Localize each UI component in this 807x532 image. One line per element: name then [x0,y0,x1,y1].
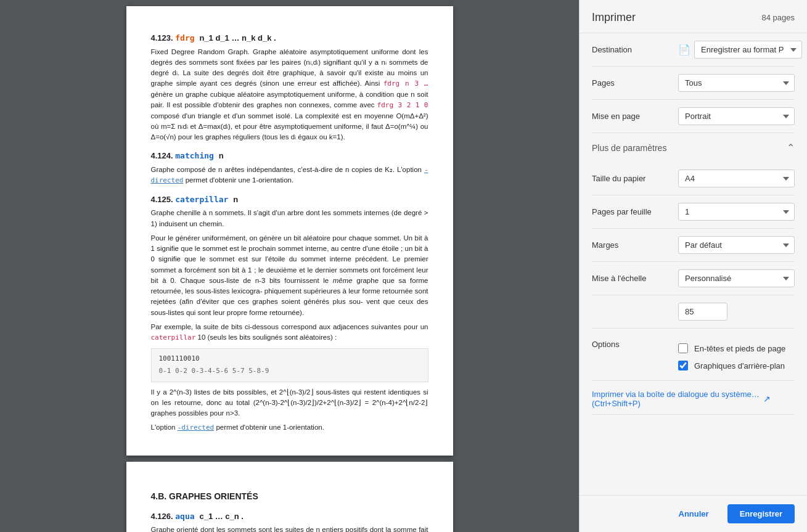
margins-select[interactable]: Par défaut Minimum Aucune Personnalisé [678,236,795,254]
print-pages-info: 84 pages [762,13,795,22]
paper-size-row: Taille du papier A4 A3 Letter Legal [592,162,795,195]
background-checkbox-row: Graphiques d'arrière-plan [678,357,795,374]
scale-control: Personnalisé Par défaut [678,269,795,287]
options-checkboxes: En-têtes et pieds de page Graphiques d'a… [678,340,795,374]
entry-4123-desc: Fixed Degree Random Graph. Graphe aléato… [151,47,428,143]
entry-4123-name: fdrg [175,33,199,43]
paper-size-label: Taille du papier [592,174,678,183]
layout-control: Portrait Paysage [678,107,795,125]
entry-4126-desc: Graphe orienté dont les sommets sont les… [151,525,428,532]
entry-4125-desc5: L'option -directed permet d'obtenir une … [151,422,428,433]
entry-4124-num: 4.124. [151,151,173,160]
entry-4126-num: 4.126. [151,512,173,521]
entry-4126-name: aqua [175,512,199,521]
code-directed-2[interactable]: -directed [178,424,215,432]
background-checkbox[interactable] [678,361,688,370]
destination-row: Destination 📄 Enregistrer au format P [592,33,795,67]
scale-label: Mise à l'échelle [592,274,678,283]
entry-4123: 4.123. fdrg n_1 d_1 … n_k d_k . Fixed De… [151,32,428,142]
scale-value-input[interactable] [678,303,727,321]
entry-4125-desc1: Graphe chenille à n sommets. Il s'agit d… [151,208,428,229]
print-footer: Annuler Enregistrer [580,495,807,532]
system-print-link[interactable]: Imprimer via la boîte de dialogue du sys… [592,381,795,415]
headers-label: En-têtes et pieds de page [694,344,785,353]
entry-4125-name: caterpillar [175,195,233,204]
entry-4125-desc2: Pour le générer uniformément, on génère … [151,233,428,318]
destination-select[interactable]: Enregistrer au format P [694,41,802,59]
page-2: 4.B. GRAPHES ORIENTÉS 4.126. aqua c_1 … … [126,462,453,532]
margins-label: Marges [592,240,678,250]
entry-4126-params: c_1 … c_n . [199,512,244,521]
entry-4124-params: n [219,151,224,160]
scale-select[interactable]: Personnalisé Par défaut [678,269,795,287]
scale-value-control [678,303,795,321]
margins-row: Marges Par défaut Minimum Aucune Personn… [592,229,795,262]
pages-label: Pages [592,78,678,88]
code-line-2: 0-1 0-2 0-3-4-5-6 5-7 5-8-9 [159,366,420,377]
layout-label: Mise en page [592,112,678,121]
print-body: Destination 📄 Enregistrer au format P Pa… [580,33,807,495]
advanced-section: Taille du papier A4 A3 Letter Legal Page… [592,160,795,381]
print-title: Imprimer [592,11,636,24]
entry-4125-desc4: Il y a 2^(n-3) listes de bits possibles,… [151,387,428,419]
chevron-up-icon: ⌃ [787,142,795,153]
code-directed-1[interactable]: -directed [151,166,428,185]
code-fdrg-3210: fdrg 3 2 1 0 [377,101,428,109]
scale-row: Mise à l'échelle Personnalisé Par défaut [592,262,795,295]
file-icon: 📄 [678,44,690,55]
background-label: Graphiques d'arrière-plan [694,361,785,370]
entry-4125-params: n [233,195,238,204]
entry-4125: 4.125. caterpillar n Graphe chenille à n… [151,194,428,433]
headers-checkbox-row: En-têtes et pieds de page [678,340,795,357]
margins-control: Par défaut Minimum Aucune Personnalisé [678,236,795,254]
external-link-icon: ↗ [763,394,771,404]
document-area[interactable]: 4.123. fdrg n_1 d_1 … n_k d_k . Fixed De… [0,0,579,532]
entry-4124: 4.124. matching n Graphe composé de n ar… [151,150,428,186]
entry-4123-num: 4.123. [151,33,173,43]
headers-checkbox[interactable] [678,343,688,353]
paper-size-control: A4 A3 Letter Legal [678,170,795,187]
code-line-1: 1001110010 [159,354,420,364]
system-print-text: Imprimer via la boîte de dialogue du sys… [592,390,760,408]
section-4B: 4.B. GRAPHES ORIENTÉS [151,490,428,503]
entry-4126: 4.126. aqua c_1 … c_n . Graphe orienté d… [151,510,428,532]
destination-label: Destination [592,45,678,54]
advanced-section-title: Plus de paramètres [592,143,666,153]
entry-4123-params: n_1 d_1 … n_k d_k . [199,33,276,43]
layout-select[interactable]: Portrait Paysage [678,107,795,125]
cancel-button[interactable]: Annuler [666,504,721,523]
options-row: Options En-têtes et pieds de page Graphi… [592,329,795,381]
entry-4124-desc: Graphe composé de n arêtes indépendantes… [151,165,428,186]
entry-4125-num: 4.125. [151,195,173,204]
paper-size-select[interactable]: A4 A3 Letter Legal [678,170,795,187]
code-caterpillar: caterpillar [151,334,196,342]
page-1: 4.123. fdrg n_1 d_1 … n_k d_k . Fixed De… [126,6,453,456]
advanced-section-toggle[interactable]: Plus de paramètres ⌃ [592,133,795,160]
save-button[interactable]: Enregistrer [727,504,795,523]
pages-per-sheet-select[interactable]: 1 2 4 6 [678,203,795,221]
pages-control: Tous Pages sélectionnées Plage de pages [678,74,795,92]
pages-select[interactable]: Tous Pages sélectionnées Plage de pages [678,74,795,92]
scale-value-row [592,295,795,329]
options-header: Options En-têtes et pieds de page Graphi… [592,336,795,378]
pages-per-sheet-label: Pages par feuille [592,207,678,216]
pages-per-sheet-row: Pages par feuille 1 2 4 6 [592,195,795,229]
pages-per-sheet-control: 1 2 4 6 [678,203,795,221]
pages-row: Pages Tous Pages sélectionnées Plage de … [592,67,795,100]
code-block-bits: 1001110010 0-1 0-2 0-3-4-5-6 5-7 5-8-9 [151,348,428,382]
entry-4125-desc3: Par exemple, la suite de bits ci-dessous… [151,322,428,343]
layout-row: Mise en page Portrait Paysage [592,100,795,133]
entry-4124-name: matching [175,151,218,160]
destination-control: 📄 Enregistrer au format P [678,41,802,59]
print-panel: Imprimer 84 pages Destination 📄 Enregist… [579,0,807,532]
print-header: Imprimer 84 pages [580,0,807,33]
code-fdrg-n3: fdrg n 3 … [383,80,428,88]
options-title: Options [592,340,678,374]
